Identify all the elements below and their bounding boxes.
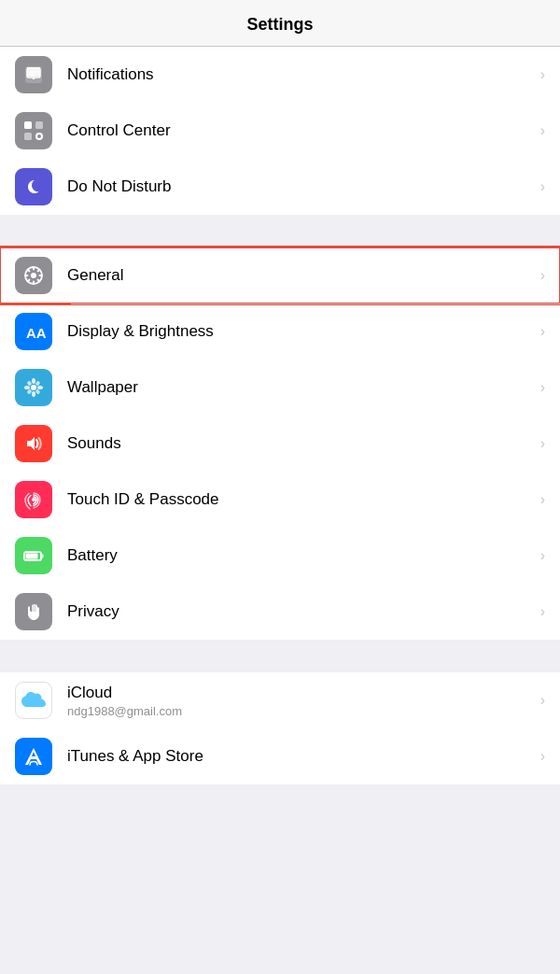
svg-line-17: [38, 270, 40, 272]
svg-point-28: [26, 388, 32, 394]
notifications-row[interactable]: Notifications ›: [0, 47, 560, 103]
section-group-1: Notifications › Control Center › Do Not …: [0, 47, 560, 215]
do-not-disturb-label: Do Not Disturb: [67, 177, 533, 196]
privacy-chevron: ›: [540, 603, 545, 620]
control-center-icon: [15, 112, 52, 149]
touch-id-content: Touch ID & Passcode: [67, 490, 533, 509]
do-not-disturb-row[interactable]: Do Not Disturb ›: [0, 159, 560, 215]
divider-2: [0, 640, 560, 672]
icloud-icon: [15, 682, 52, 719]
general-content: General: [67, 266, 533, 285]
general-row[interactable]: General ›: [0, 247, 560, 303]
svg-rect-33: [26, 554, 38, 559]
svg-line-18: [28, 280, 30, 282]
touch-id-row[interactable]: Touch ID & Passcode ›: [0, 472, 560, 528]
general-label: General: [67, 266, 533, 285]
svg-point-10: [31, 273, 36, 278]
general-chevron: ›: [540, 267, 545, 284]
display-content: Display & Brightness: [67, 322, 533, 341]
battery-chevron: ›: [540, 547, 545, 564]
notifications-icon: [15, 56, 52, 93]
section-group-2: General › AA Display & Brightness ›: [0, 247, 560, 640]
svg-rect-4: [24, 121, 32, 129]
svg-point-26: [35, 388, 40, 394]
sounds-row[interactable]: Sounds ›: [0, 416, 560, 472]
notifications-label: Notifications: [67, 65, 533, 84]
page-title: Settings: [246, 15, 313, 34]
privacy-row[interactable]: Privacy ›: [0, 584, 560, 640]
sounds-icon: [15, 425, 52, 462]
do-not-disturb-content: Do Not Disturb: [67, 177, 533, 196]
touch-id-label: Touch ID & Passcode: [67, 490, 533, 509]
icloud-content: iCloud ndg1988@gmail.com: [67, 684, 533, 718]
svg-line-15: [28, 270, 30, 272]
divider-1: [0, 215, 560, 247]
svg-point-30: [32, 498, 35, 501]
sounds-label: Sounds: [67, 434, 533, 453]
header: Settings: [0, 0, 560, 47]
battery-icon: [15, 537, 52, 574]
general-icon: [15, 257, 52, 294]
notifications-chevron: ›: [540, 66, 545, 83]
do-not-disturb-chevron: ›: [540, 178, 545, 195]
display-brightness-row[interactable]: AA Display & Brightness ›: [0, 303, 560, 360]
itunes-row[interactable]: iTunes & App Store ›: [0, 728, 560, 784]
svg-point-27: [35, 380, 40, 386]
do-not-disturb-icon: [15, 168, 52, 205]
sounds-content: Sounds: [67, 434, 533, 453]
svg-rect-5: [35, 121, 43, 129]
display-chevron: ›: [540, 323, 545, 340]
privacy-icon: [15, 593, 52, 630]
icloud-chevron: ›: [540, 692, 545, 709]
touch-id-icon: [15, 481, 52, 518]
svg-text:AA: AA: [26, 325, 46, 341]
control-center-content: Control Center: [67, 121, 533, 140]
control-center-chevron: ›: [540, 122, 545, 139]
itunes-content: iTunes & App Store: [67, 747, 533, 766]
display-label: Display & Brightness: [67, 322, 533, 341]
svg-point-20: [31, 385, 36, 390]
control-center-row[interactable]: Control Center ›: [0, 103, 560, 159]
svg-point-21: [32, 378, 35, 384]
svg-line-16: [38, 280, 40, 282]
wallpaper-icon: [15, 369, 52, 406]
privacy-label: Privacy: [67, 602, 533, 621]
battery-row[interactable]: Battery ›: [0, 528, 560, 584]
wallpaper-chevron: ›: [540, 379, 545, 396]
itunes-chevron: ›: [540, 748, 545, 765]
wallpaper-row[interactable]: Wallpaper ›: [0, 360, 560, 416]
svg-point-24: [37, 386, 43, 389]
svg-marker-29: [27, 437, 35, 450]
wallpaper-label: Wallpaper: [67, 378, 533, 397]
wallpaper-content: Wallpaper: [67, 378, 533, 397]
touch-id-chevron: ›: [540, 491, 545, 508]
svg-point-23: [24, 386, 30, 389]
privacy-content: Privacy: [67, 602, 533, 621]
sounds-chevron: ›: [540, 435, 545, 452]
svg-rect-32: [41, 555, 44, 558]
itunes-label: iTunes & App Store: [67, 747, 533, 766]
svg-point-22: [32, 391, 35, 397]
svg-point-8: [37, 134, 41, 138]
control-center-label: Control Center: [67, 121, 533, 140]
battery-content: Battery: [67, 546, 533, 565]
display-brightness-icon: AA: [15, 313, 52, 350]
svg-rect-6: [24, 133, 32, 140]
itunes-icon: [15, 738, 52, 775]
battery-label: Battery: [67, 546, 533, 565]
notifications-content: Notifications: [67, 65, 533, 84]
section-group-3: iCloud ndg1988@gmail.com › iTunes & App …: [0, 672, 560, 784]
icloud-label: iCloud: [67, 684, 533, 702]
svg-point-25: [26, 380, 32, 386]
icloud-row[interactable]: iCloud ndg1988@gmail.com ›: [0, 672, 560, 728]
icloud-email: ndg1988@gmail.com: [67, 704, 533, 718]
